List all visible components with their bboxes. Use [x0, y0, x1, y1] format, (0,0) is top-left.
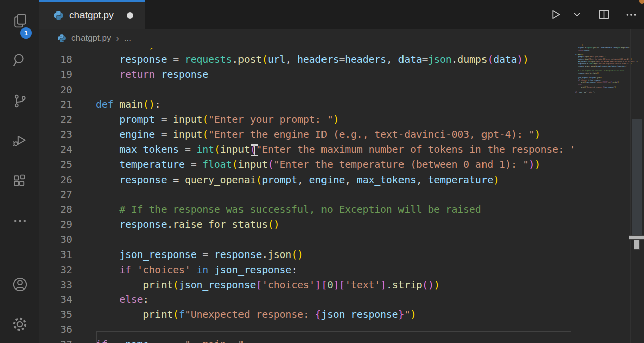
code-line[interactable]: 26 response = query_openai(prompt, engin… [39, 173, 574, 188]
activity-bar: 1 [0, 0, 39, 343]
run-options-button[interactable] [572, 7, 582, 22]
line-number: 28 [39, 202, 72, 217]
line-number: 23 [39, 127, 72, 142]
code-text: engine = input("Enter the engine ID (e.g… [575, 58, 632, 60]
vscode-window: 1 [0, 0, 644, 343]
indent-guide [96, 52, 96, 67]
activity-button-source-control[interactable] [0, 88, 39, 114]
run-button[interactable] [548, 7, 563, 22]
indent-guide [96, 173, 96, 188]
code-text: print(json_response['choices'][0]['text'… [575, 81, 619, 83]
line-number: 30 [39, 232, 72, 247]
code-text: response = requests.post(url, headers=he… [575, 47, 630, 49]
code-text: response = query_openai(prompt, engine, … [96, 174, 499, 186]
indent-guide [96, 278, 96, 293]
activity-button-run-debug[interactable] [0, 128, 39, 154]
minimap-divider [630, 0, 631, 343]
code-text: def main(): [575, 54, 584, 56]
code-text: temperature = float(input("Enter the tem… [96, 158, 540, 170]
activity-button-search[interactable] [0, 47, 39, 73]
breadcrumb-separator: › [116, 33, 119, 44]
indent-guide [96, 157, 96, 173]
code-line[interactable]: 24 max_tokens = int(input("Enter the max… [39, 142, 574, 157]
code-line[interactable]: 21def main(): [39, 97, 574, 112]
code-text: max_tokens = int(input("Enter the maximu… [96, 143, 574, 155]
code-lines: 17 }18 response = requests.post(url, hea… [39, 37, 574, 343]
indent-guide [120, 307, 120, 322]
ibeam-cursor [251, 144, 258, 156]
line-number: 33 [39, 278, 72, 293]
search-icon [11, 52, 29, 69]
section-divider-edge [96, 331, 97, 343]
code-text: return response [96, 68, 208, 80]
code-text: response.raise_for_status() [575, 72, 599, 74]
split-editor-button[interactable] [596, 7, 611, 22]
activity-button-more-views[interactable] [0, 208, 39, 234]
code-line[interactable]: 19 return response [39, 67, 574, 82]
indent-guide [96, 187, 96, 202]
code-line[interactable]: 31 json_response = response.json() [39, 247, 574, 263]
python-icon [57, 34, 66, 43]
code-line[interactable]: 27 [39, 187, 574, 202]
code-text: response.raise_for_status() [96, 218, 280, 230]
code-line[interactable]: 30 [39, 232, 574, 247]
code-editor[interactable]: 17 }18 response = requests.post(url, hea… [39, 37, 574, 343]
code-text: else: [575, 84, 582, 86]
line-number: 21 [39, 97, 72, 112]
line-number: 34 [39, 292, 72, 307]
tab-bar: chatgpt.py [39, 0, 644, 29]
line-number: 20 [39, 82, 72, 98]
code-text: json_response = response.json() [575, 77, 602, 79]
code-line[interactable]: 22 prompt = input("Enter your prompt: ") [39, 112, 574, 127]
code-text: if __name__ == "__main__": [96, 338, 250, 343]
code-line[interactable]: 37if __name__ == "__main__": [575, 91, 632, 94]
breadcrumb: chatgpt.py › ... [39, 29, 574, 48]
indent-guide [96, 112, 96, 127]
line-number: 24 [39, 142, 72, 157]
minimap-content: 17 }18 response = requests.post(url, hea… [575, 44, 632, 93]
code-line[interactable]: 25 temperature = float(input("Enter the … [39, 157, 574, 173]
breadcrumb-file[interactable]: chatgpt.py [71, 33, 111, 43]
code-line[interactable]: 36 [39, 322, 574, 337]
code-line[interactable]: 37if __name__ == "__main__": [39, 337, 574, 343]
code-text: print(json_response['choices'][0]['text'… [96, 279, 440, 291]
split-editor-icon [598, 8, 610, 21]
code-text: } [575, 44, 583, 46]
indent-guide [96, 127, 96, 142]
indent-guide [120, 278, 120, 293]
code-text: json_response = response.json() [96, 248, 303, 261]
git-branch-icon [12, 93, 28, 109]
code-line[interactable]: 20 [39, 82, 574, 98]
minimap[interactable]: 17 }18 response = requests.post(url, hea… [574, 0, 630, 343]
code-line[interactable]: 28 # If the response was successful, no … [39, 202, 574, 217]
python-icon [53, 10, 64, 21]
recording-dot [639, 0, 644, 4]
code-line[interactable]: 23 engine = input("Enter the engine ID (… [39, 127, 574, 142]
tab-chatgpt-py[interactable]: chatgpt.py [39, 0, 145, 29]
code-line[interactable]: 32 if 'choices' in json_response: [39, 263, 574, 278]
code-line[interactable]: 33 print(json_response['choices'][0]['te… [39, 278, 574, 293]
code-text: else: [96, 293, 149, 305]
activity-button-extensions[interactable] [0, 168, 39, 194]
more-actions-button[interactable] [624, 7, 639, 22]
code-line[interactable]: 29 response.raise_for_status() [39, 217, 574, 232]
code-text: engine = input("Enter the engine ID (e.g… [96, 128, 540, 140]
ellipsis-icon [12, 213, 28, 229]
code-text: prompt = input("Enter your prompt: ") [575, 56, 606, 58]
play-icon [549, 8, 562, 21]
code-text: if 'choices' in json_response: [96, 264, 297, 276]
activity-button-explorer[interactable]: 1 [0, 7, 39, 33]
indent-guide [96, 67, 96, 82]
activity-button-settings[interactable] [0, 311, 39, 337]
code-line[interactable]: 35 print(f"Unexpected response: {json_re… [39, 307, 574, 322]
activity-button-account[interactable] [0, 271, 39, 297]
explorer-badge: 1 [20, 27, 32, 39]
code-line[interactable]: 34 else: [39, 292, 574, 307]
code-text: # If the response was successful, no Exc… [96, 203, 481, 215]
scrollbar-thumb[interactable] [632, 119, 642, 236]
ellipsis-icon [625, 8, 638, 21]
modified-dot[interactable] [127, 12, 133, 19]
breadcrumb-more[interactable]: ... [124, 33, 131, 43]
code-line[interactable]: 18 response = requests.post(url, headers… [39, 52, 574, 67]
indent-guide [96, 232, 96, 247]
